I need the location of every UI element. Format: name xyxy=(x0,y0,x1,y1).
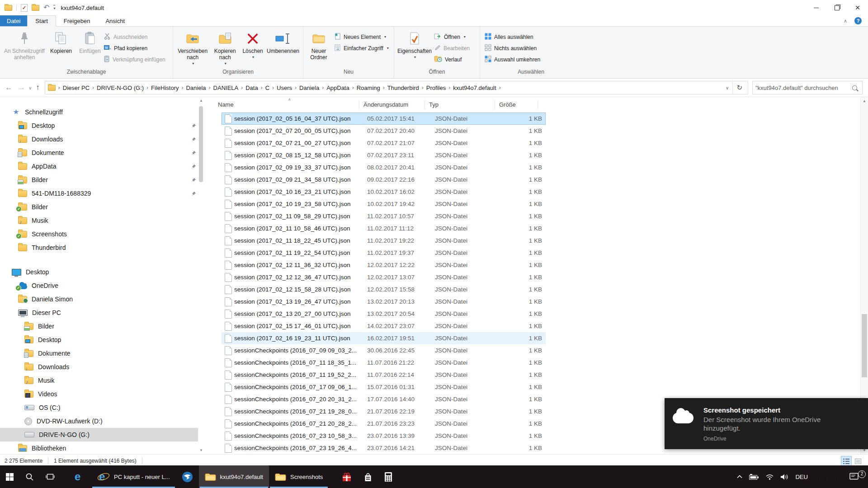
thumbnails-view-button[interactable] xyxy=(853,456,863,466)
paste-shortcut-button[interactable]: Verknüpfung einfügen xyxy=(104,54,165,65)
new-folder-button[interactable]: Neuer Ordner xyxy=(306,28,331,61)
tab-datei[interactable]: Datei xyxy=(0,15,27,26)
sidebar-item-bibliotheken[interactable]: Bibliotheken xyxy=(0,441,204,454)
store[interactable] xyxy=(358,465,378,488)
sidebar-item-bilder[interactable]: ✓Bilder xyxy=(0,200,204,214)
scroll-up-icon[interactable]: ▲ xyxy=(198,97,204,104)
close-button[interactable]: × xyxy=(847,0,868,15)
sidebar-item-downloads[interactable]: ↓Downloads xyxy=(0,360,204,374)
column-divider[interactable] xyxy=(359,100,359,109)
sidebar-item-dieser-pc[interactable]: Dieser PC xyxy=(0,306,204,319)
history-button[interactable]: Verlauf xyxy=(434,54,470,65)
pin-to-quick-access-button[interactable]: An Schnellzugriff anheften xyxy=(3,28,46,61)
volume-icon[interactable] xyxy=(777,474,792,480)
sidebar-item-downloads[interactable]: ↓Downloads xyxy=(0,132,204,146)
column-header-date[interactable]: Änderungsdatum xyxy=(363,101,408,108)
pin-icon[interactable] xyxy=(191,123,196,130)
tab-ansicht[interactable]: Ansicht xyxy=(98,15,132,26)
copy-to-button[interactable]: Kopieren nach▾ xyxy=(209,28,241,67)
delete-button[interactable]: Löschen ▾ xyxy=(241,28,265,61)
breadcrumb-segment[interactable]: Data xyxy=(244,84,259,91)
clock[interactable]: 21:17 04.03.2017 xyxy=(811,470,846,483)
sidebar-item-daniela-simon[interactable]: Daniela Simon xyxy=(0,292,204,306)
pin-icon[interactable] xyxy=(191,150,196,157)
column-divider[interactable] xyxy=(495,100,495,109)
breadcrumb-chevron-icon[interactable]: › xyxy=(421,84,425,91)
gift-app[interactable] xyxy=(336,465,358,488)
new-folder-quick-icon[interactable] xyxy=(32,5,39,11)
search-input[interactable] xyxy=(753,84,852,91)
address-box[interactable]: › Dieser PC›DRIVE-N-GO (G:)›FileHistory›… xyxy=(45,81,748,94)
column-divider[interactable] xyxy=(538,100,538,109)
edit-button[interactable]: Bearbeiten xyxy=(434,42,470,54)
address-dropdown-icon[interactable]: ∨ xyxy=(722,85,732,90)
breadcrumb-chevron-icon[interactable]: › xyxy=(498,84,502,91)
file-row[interactable]: session (2017_02_10 16_23_21 UTC).json10… xyxy=(222,186,546,198)
sidebar-item-drive-n-go-g-[interactable]: DRIVE-N-GO (G:) xyxy=(0,428,204,441)
onedrive-toast[interactable]: Screenshot gespeichert Der Screenshot wu… xyxy=(665,398,868,449)
pin-icon[interactable] xyxy=(191,136,196,144)
file-row[interactable]: sessionCheckpoints (2016_07_09 09_03_2..… xyxy=(222,344,546,357)
file-row[interactable]: session (2017_02_15 17_46_01 UTC).json14… xyxy=(222,320,546,332)
file-row[interactable]: session (2017_02_12 12_36_47 UTC).json12… xyxy=(222,271,546,283)
breadcrumb-segment[interactable]: Profiles xyxy=(425,84,448,91)
sidebar-item-bilder[interactable]: Bilder xyxy=(0,173,204,187)
breadcrumb-segment[interactable]: Dieser PC xyxy=(61,84,91,91)
properties-quick-icon[interactable]: ✓ xyxy=(21,4,28,12)
sidebar-item-schnellzugriff[interactable]: ★Schnellzugriff xyxy=(0,105,204,119)
edge[interactable]: e xyxy=(68,465,91,488)
file-row[interactable]: sessionCheckpoints (2016_07_21 19_28_0..… xyxy=(222,405,546,418)
breadcrumb-segment[interactable]: Roaming xyxy=(355,84,382,91)
breadcrumb-chevron-icon[interactable]: › xyxy=(180,84,184,91)
breadcrumb-chevron-icon[interactable]: › xyxy=(146,84,149,91)
scrollbar-thumb[interactable] xyxy=(862,314,867,377)
language-indicator[interactable]: DEU xyxy=(792,474,811,480)
file-row[interactable]: session (2017_02_09 19_33_37 UTC).json08… xyxy=(222,161,546,174)
file-row[interactable]: sessionCheckpoints (2016_07_11 19_52_2..… xyxy=(222,369,546,381)
sidebar-item-thunderbird[interactable]: Thunderbird xyxy=(0,241,204,254)
file-row[interactable]: session (2017_02_11 19_22_54 UTC).json11… xyxy=(222,247,546,259)
sidebar-item-desktop[interactable]: Desktop xyxy=(0,333,204,347)
sidebar-item-bilder[interactable]: Bilder xyxy=(0,319,204,333)
column-header-size[interactable]: Größe xyxy=(499,101,516,108)
sidebar-item-dokumente[interactable]: Dokumente xyxy=(0,347,204,360)
task-view-button[interactable] xyxy=(40,465,61,488)
minimize-button[interactable] xyxy=(806,0,826,15)
file-row[interactable]: sessionCheckpoints (2016_07_23 19_26_4..… xyxy=(222,442,546,454)
breadcrumb-chevron-icon[interactable]: › xyxy=(271,84,275,91)
wifi-icon[interactable] xyxy=(762,474,777,480)
breadcrumb-chevron-icon[interactable]: › xyxy=(208,84,212,91)
select-all-button[interactable]: Alles auswählen xyxy=(485,31,540,42)
file-row[interactable]: session (2017_02_10 19_23_58 UTC).json10… xyxy=(222,198,546,210)
file-row[interactable]: sessionCheckpoints (2016_07_21 20_28_2..… xyxy=(222,418,546,430)
file-row[interactable]: session (2017_02_05 16_04_37 UTC).json05… xyxy=(222,113,546,125)
breadcrumb-chevron-icon[interactable]: › xyxy=(321,84,325,91)
breadcrumb-chevron-icon[interactable]: › xyxy=(91,84,95,91)
sidebar-item-541-dm118-1688329[interactable]: 541-DM118-1688329 xyxy=(0,187,204,200)
file-row[interactable]: session (2017_02_08 15_12_58 UTC).json07… xyxy=(222,149,546,161)
back-icon[interactable]: ← xyxy=(5,83,13,92)
up-icon[interactable]: ↑ xyxy=(36,83,40,92)
scroll-down-icon[interactable]: ▼ xyxy=(198,447,204,454)
breadcrumb-segment[interactable]: kxut94o7.default xyxy=(451,84,498,91)
breadcrumb-chevron-icon[interactable]: › xyxy=(351,84,355,91)
sidebar-item-dvd-rw-laufwerk-d-[interactable]: DVD-RW-Laufwerk (D:) xyxy=(0,414,204,428)
sidebar-item-dokumente[interactable]: Dokumente xyxy=(0,146,204,160)
breadcrumb-segment[interactable]: C xyxy=(264,84,271,91)
breadcrumb-segment[interactable]: FileHistory xyxy=(149,84,180,91)
file-row[interactable]: sessionCheckpoints (2016_07_17 09_06_1..… xyxy=(222,381,546,393)
sidebar-item-desktop[interactable]: Desktop xyxy=(0,119,204,132)
action-center-icon[interactable]: 2 xyxy=(846,473,865,481)
ie-window[interactable]: ePC kaputt - neuer L... xyxy=(91,465,176,488)
file-row[interactable]: session (2017_02_11 10_58_46 UTC).json11… xyxy=(222,222,546,235)
file-row[interactable]: session (2017_02_13 20_27_00 UTC).json13… xyxy=(222,308,546,320)
breadcrumb-segment[interactable]: DANIELA xyxy=(212,84,241,91)
file-row[interactable]: session (2017_02_11 09_58_29 UTC).json11… xyxy=(222,210,546,222)
sidebar-item-appdata[interactable]: AppData xyxy=(0,160,204,173)
sidebar-item-desktop[interactable]: Desktop xyxy=(0,265,204,279)
cut-button[interactable]: Ausschneiden xyxy=(104,31,165,42)
pin-icon[interactable] xyxy=(191,191,196,198)
move-to-button[interactable]: Verschieben nach▾ xyxy=(176,28,209,67)
sidebar-item-musik[interactable]: ♪Musik xyxy=(0,214,204,227)
column-header-name[interactable]: Name xyxy=(218,101,234,108)
